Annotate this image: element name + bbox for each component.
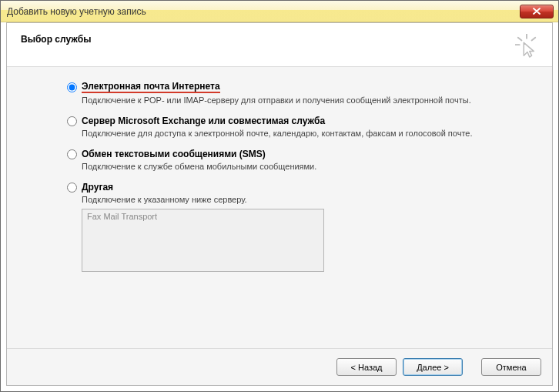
footer: < Назад Далее > Отмена — [7, 348, 552, 385]
option-exchange: Сервер Microsoft Exchange или совместима… — [67, 116, 535, 138]
option-exchange-row[interactable]: Сервер Microsoft Exchange или совместима… — [67, 116, 535, 126]
option-sms-row[interactable]: Обмен текстовыми сообщениями (SMS) — [67, 149, 535, 159]
option-sms-desc: Подключение к службе обмена мобильными с… — [82, 162, 535, 171]
radio-other[interactable] — [67, 183, 77, 193]
option-exchange-desc: Подключение для доступа к электронной по… — [82, 129, 535, 138]
option-sms: Обмен текстовыми сообщениями (SMS) Подкл… — [67, 149, 535, 171]
inner-frame: Выбор службы Электронная почта Интернета… — [6, 22, 553, 386]
cancel-button[interactable]: Отмена — [481, 358, 541, 376]
radio-exchange[interactable] — [67, 116, 77, 126]
cursor-wizard-icon — [515, 34, 538, 59]
footer-spacer — [469, 358, 475, 376]
option-other: Другая Подключение к указанному ниже сер… — [67, 182, 535, 272]
next-button[interactable]: Далее > — [403, 358, 463, 376]
back-button[interactable]: < Назад — [336, 358, 397, 376]
option-internet-mail-label: Электронная почта Интернета — [82, 81, 220, 93]
option-internet-mail: Электронная почта Интернета Подключение … — [67, 81, 535, 105]
option-other-desc: Подключение к указанному ниже серверу. — [82, 195, 535, 204]
svg-line-1 — [518, 38, 522, 41]
window-title: Добавить новую учетную запись — [7, 6, 520, 17]
radio-sms[interactable] — [67, 149, 77, 159]
other-server-listbox[interactable]: Fax Mail Transport — [82, 209, 324, 272]
list-item: Fax Mail Transport — [87, 212, 319, 221]
option-other-row[interactable]: Другая — [67, 182, 535, 193]
radio-internet-mail[interactable] — [67, 82, 77, 92]
option-other-label: Другая — [82, 182, 113, 193]
close-icon — [533, 8, 541, 15]
option-sms-label: Обмен текстовыми сообщениями (SMS) — [82, 149, 266, 159]
option-internet-mail-row[interactable]: Электронная почта Интернета — [67, 81, 535, 93]
option-exchange-label: Сервер Microsoft Exchange или совместима… — [82, 116, 325, 126]
svg-line-2 — [532, 38, 536, 41]
close-button[interactable] — [520, 5, 554, 18]
titlebar: Добавить новую учетную запись — [1, 1, 558, 22]
page-title: Выбор службы — [21, 34, 91, 45]
dialog-window: Добавить новую учетную запись Выбор служ… — [0, 0, 559, 392]
body-area: Электронная почта Интернета Подключение … — [7, 67, 552, 348]
option-internet-mail-desc: Подключение к POP- или IMAP-серверу для … — [82, 95, 535, 105]
header-area: Выбор службы — [7, 23, 552, 66]
